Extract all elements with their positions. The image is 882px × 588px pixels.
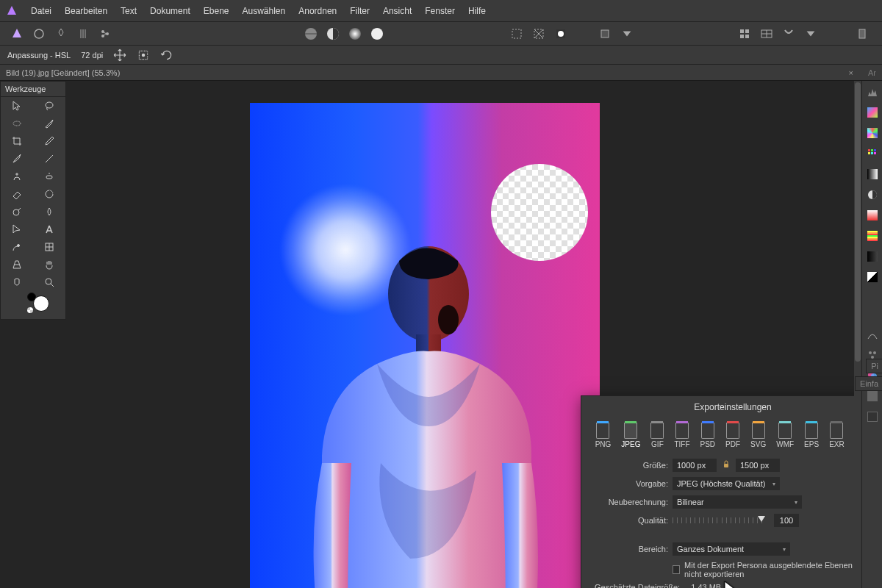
context-label: Anpassung - HSL bbox=[7, 51, 71, 60]
gradient-bw-icon[interactable] bbox=[866, 168, 879, 181]
menu-view[interactable]: Ansicht bbox=[383, 6, 412, 16]
perspective-tool[interactable] bbox=[1, 256, 33, 273]
text-tool[interactable] bbox=[33, 220, 65, 238]
hand-tool[interactable] bbox=[33, 256, 65, 273]
histogram-icon[interactable] bbox=[866, 85, 879, 98]
ellipse-marquee-tool[interactable] bbox=[1, 115, 33, 132]
move-tool[interactable] bbox=[1, 97, 33, 115]
persona-export-icon[interactable] bbox=[96, 24, 115, 43]
format-wmf[interactable]: WMF bbox=[776, 423, 794, 448]
menu-filter[interactable]: Filter bbox=[350, 6, 370, 16]
area-select[interactable]: Ganzes Dokument▾ bbox=[673, 542, 790, 556]
rotate-icon[interactable] bbox=[160, 49, 173, 62]
contrast-icon[interactable] bbox=[866, 188, 879, 201]
dodge-tool[interactable] bbox=[1, 203, 33, 220]
lock-center-icon[interactable] bbox=[137, 49, 150, 62]
selection-dashed-icon[interactable] bbox=[507, 24, 526, 43]
format-gif[interactable]: GIF bbox=[650, 423, 664, 448]
dropdown-caret-icon[interactable] bbox=[801, 24, 820, 43]
mixer-brush-tool[interactable] bbox=[33, 150, 65, 168]
format-exr[interactable]: EXR bbox=[829, 423, 845, 448]
menu-document[interactable]: Dokument bbox=[150, 6, 190, 16]
move-icon[interactable] bbox=[113, 49, 126, 62]
square-panel-icon[interactable] bbox=[866, 410, 879, 423]
snap-dropdown-icon[interactable] bbox=[617, 24, 637, 43]
format-pdf[interactable]: PDF bbox=[725, 423, 740, 448]
blur-tool[interactable] bbox=[33, 203, 65, 220]
swatches-panel-icon[interactable] bbox=[866, 126, 879, 140]
menu-window[interactable]: Fenster bbox=[425, 6, 455, 16]
selection-cross-icon[interactable] bbox=[529, 24, 548, 43]
panel-tab-extra[interactable]: Ar bbox=[868, 68, 876, 77]
quality-slider[interactable] bbox=[673, 516, 762, 525]
persona-liquify-icon[interactable] bbox=[29, 24, 49, 43]
node-tool[interactable] bbox=[1, 220, 33, 238]
menu-help[interactable]: Hilfe bbox=[468, 6, 486, 16]
texture-icon[interactable] bbox=[866, 390, 879, 403]
menu-edit[interactable]: Bearbeiten bbox=[65, 6, 107, 16]
adjustments-panel-icon[interactable] bbox=[866, 147, 879, 160]
selection-brush-tool[interactable] bbox=[33, 115, 65, 132]
eyedropper-tool[interactable] bbox=[33, 132, 65, 150]
gradient-dark-icon[interactable] bbox=[866, 250, 879, 263]
color-panel-icon[interactable] bbox=[866, 106, 879, 119]
zoom-tool[interactable] bbox=[33, 273, 65, 291]
menu-text[interactable]: Text bbox=[121, 6, 137, 16]
panel-tab-einfa[interactable]: Einfa bbox=[855, 376, 882, 391]
panel-tab-pi[interactable]: Pi bbox=[866, 359, 882, 373]
lasso-tool[interactable] bbox=[33, 97, 65, 115]
mesh-tool[interactable] bbox=[33, 238, 65, 256]
preset-select[interactable]: JPEG (Höchste Qualität)▾ bbox=[673, 477, 780, 490]
gradient-stripes-icon[interactable] bbox=[866, 229, 879, 243]
resample-select[interactable]: Bilinear▾ bbox=[673, 495, 802, 509]
document-tab[interactable]: Bild (19).jpg [Geändert] (55.3%) bbox=[6, 68, 120, 77]
tab-close-icon[interactable]: × bbox=[849, 68, 853, 77]
menu-select[interactable]: Auswählen bbox=[242, 6, 285, 16]
curves-icon[interactable] bbox=[866, 328, 879, 341]
format-psd[interactable]: PSD bbox=[700, 423, 716, 448]
width-input[interactable] bbox=[673, 459, 717, 472]
layout-icon[interactable] bbox=[757, 24, 776, 43]
svg-point-25 bbox=[13, 209, 19, 215]
format-png[interactable]: PNG bbox=[595, 423, 612, 448]
format-tiff[interactable]: TIFF bbox=[674, 423, 689, 448]
menu-layer[interactable]: Ebene bbox=[204, 6, 229, 16]
grid-icon[interactable] bbox=[735, 24, 754, 43]
format-svg[interactable]: SVG bbox=[750, 423, 766, 448]
fill-tool[interactable] bbox=[33, 185, 65, 203]
shape-circle-half-icon[interactable] bbox=[323, 24, 343, 43]
menu-arrange[interactable]: Anordnen bbox=[298, 6, 337, 16]
preferences-icon[interactable] bbox=[853, 24, 872, 43]
clone-tool[interactable] bbox=[1, 168, 33, 185]
vertical-scrollbar[interactable] bbox=[854, 81, 861, 588]
lock-aspect-icon[interactable] bbox=[721, 459, 731, 471]
persona-photo-icon[interactable] bbox=[7, 24, 26, 43]
shape-circle-solid-icon[interactable] bbox=[368, 24, 387, 43]
snap-square-icon[interactable] bbox=[595, 24, 614, 43]
crop-tool[interactable] bbox=[1, 132, 33, 150]
format-jpeg[interactable]: JPEG bbox=[621, 423, 640, 448]
eraser-tool[interactable] bbox=[1, 185, 33, 203]
zoom-tool-2[interactable] bbox=[1, 273, 33, 291]
quality-input[interactable] bbox=[774, 514, 799, 527]
persona-develop-icon[interactable] bbox=[51, 24, 71, 43]
height-input[interactable] bbox=[736, 459, 780, 472]
primary-color-swatch[interactable] bbox=[33, 295, 49, 312]
quick-mask-icon[interactable] bbox=[551, 24, 570, 43]
format-eps[interactable]: EPS bbox=[804, 423, 819, 448]
paint-brush-tool[interactable] bbox=[1, 150, 33, 168]
shape-circle-lines-icon[interactable] bbox=[301, 24, 320, 43]
shape-circle-shade-icon[interactable] bbox=[345, 24, 365, 43]
gradient-red-icon[interactable] bbox=[866, 209, 879, 222]
menu-file[interactable]: Datei bbox=[31, 6, 51, 16]
healing-tool[interactable] bbox=[33, 168, 65, 185]
pen-tool[interactable] bbox=[1, 238, 33, 256]
clip-icon[interactable] bbox=[779, 24, 798, 43]
persona-tone-icon[interactable] bbox=[74, 24, 93, 43]
color-swatch[interactable] bbox=[1, 291, 65, 319]
canvas-area[interactable]: 124816 Exporteinstellungen ✕ PNG JPEG GI… bbox=[66, 81, 854, 588]
no-color-swatch[interactable] bbox=[27, 307, 33, 313]
mask-panel-icon[interactable] bbox=[866, 270, 879, 284]
hidden-layers-checkbox[interactable] bbox=[673, 565, 680, 574]
document-canvas[interactable] bbox=[250, 103, 600, 588]
